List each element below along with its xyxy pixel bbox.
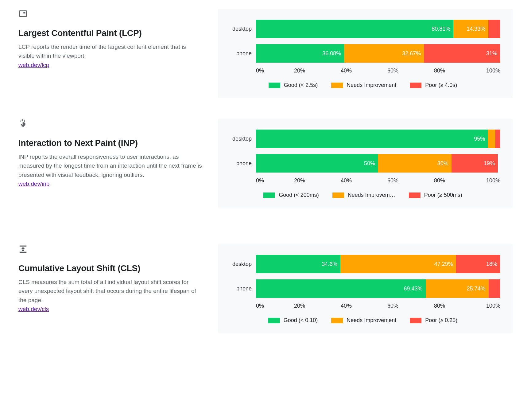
metric-row-cls: Cumulative Layout Shift (CLS) CLS measur… — [18, 244, 513, 333]
bar-segment-needs: 14.33% — [453, 20, 488, 38]
bar-row-phone: 36.08% 32.67% 31% — [256, 44, 500, 63]
bar-row-desktop: 95% 3% 2% — [256, 130, 500, 148]
x-axis: 0% 20% 40% 60% 80% 100% — [256, 177, 500, 184]
metric-info-cls: Cumulative Layout Shift (CLS) CLS measur… — [18, 244, 203, 313]
bar-segment-poor: 18% — [456, 255, 500, 273]
legend-item-needs: Needs Improvement — [331, 82, 396, 88]
y-axis-label: desktop — [225, 255, 256, 273]
bar-segment-good: 36.08% — [256, 44, 344, 63]
x-axis: 0% 20% 40% 60% 80% 100% — [256, 303, 500, 309]
svg-rect-0 — [20, 11, 27, 17]
legend-item-needs: Needs Improvement — [331, 317, 396, 324]
bar-segment-poor: 5% — [488, 20, 500, 38]
legend-item-needs: Needs Improvem… — [332, 192, 395, 198]
metric-row-lcp: Largest Contentful Paint (LCP) LCP repor… — [18, 9, 513, 98]
legend-item-poor: Poor (≥ 4.0s) — [410, 82, 457, 88]
cls-icon — [18, 244, 203, 255]
svg-rect-2 — [20, 246, 27, 247]
svg-rect-1 — [23, 12, 25, 14]
legend-item-poor: Poor (≥ 500ms) — [409, 192, 462, 198]
bar-row-desktop: 80.81% 14.33% 5% — [256, 20, 500, 38]
lcp-icon — [18, 9, 203, 20]
metric-title: Largest Contentful Paint (LCP) — [18, 28, 203, 38]
svg-rect-3 — [20, 252, 27, 253]
legend-item-good: Good (< 2.5s) — [269, 82, 318, 88]
bar-segment-needs: 3% — [488, 130, 495, 148]
y-axis-label: desktop — [225, 20, 256, 38]
chart-panel-inp: desktop phone 95% 3% 2% 50% 30% 19% — [218, 119, 513, 208]
x-axis: 0% 20% 40% 60% 80% 100% — [256, 68, 500, 74]
metric-info-lcp: Largest Contentful Paint (LCP) LCP repor… — [18, 9, 203, 68]
y-axis-label: phone — [225, 44, 256, 63]
metric-info-inp: Interaction to Next Paint (INP) INP repo… — [18, 119, 203, 187]
legend-item-poor: Poor (≥ 0.25) — [410, 317, 457, 324]
bar-segment-needs: 47.29% — [340, 255, 456, 273]
bar-segment-poor: 5% — [489, 279, 500, 298]
bar-segment-poor: 31% — [424, 44, 500, 63]
metric-title: Cumulative Layout Shift (CLS) — [18, 263, 203, 273]
chart-legend: Good (< 2.5s) Needs Improvement Poor (≥ … — [225, 82, 500, 88]
inp-icon — [18, 119, 203, 130]
bar-segment-good: 80.81% — [256, 20, 453, 38]
bar-row-phone: 50% 30% 19% — [256, 154, 500, 173]
metric-row-inp: Interaction to Next Paint (INP) INP repo… — [18, 119, 513, 208]
metric-description: INP reports the overall responsiveness t… — [18, 152, 203, 179]
metric-title: Interaction to Next Paint (INP) — [18, 138, 203, 148]
web-vitals-report: Largest Contentful Paint (LCP) LCP repor… — [0, 0, 531, 373]
bar-segment-needs: 25.74% — [426, 279, 489, 298]
metric-description: CLS measures the sum total of all indivi… — [18, 278, 203, 305]
metric-link-inp[interactable]: web.dev/inp — [18, 181, 49, 187]
legend-item-good: Good (< 0.10) — [268, 317, 318, 324]
y-axis-label: desktop — [225, 130, 256, 148]
chart-plot-area: 80.81% 14.33% 5% 36.08% 32.67% 31% — [256, 20, 500, 63]
bar-segment-needs: 32.67% — [344, 44, 424, 63]
chart-panel-cls: desktop phone 34.6% 47.29% 18% 69.43% 25… — [218, 244, 513, 333]
chart-panel-lcp: desktop phone 80.81% 14.33% 5% 36.08% 32… — [218, 9, 513, 98]
chart-plot-area: 95% 3% 2% 50% 30% 19% — [256, 130, 500, 173]
bar-row-desktop: 34.6% 47.29% 18% — [256, 255, 500, 273]
y-axis-label: phone — [225, 154, 256, 173]
y-axis-label: phone — [225, 279, 256, 298]
metric-link-cls[interactable]: web.dev/cls — [18, 306, 49, 312]
legend-item-good: Good (< 200ms) — [263, 192, 319, 198]
bar-segment-poor: 2% — [495, 130, 500, 148]
bar-row-phone: 69.43% 25.74% 5% — [256, 279, 500, 298]
bar-segment-good: 69.43% — [256, 279, 426, 298]
metric-description: LCP reports the render time of the large… — [18, 42, 203, 60]
bar-segment-good: 34.6% — [256, 255, 340, 273]
bar-segment-poor: 19% — [452, 154, 498, 173]
chart-legend: Good (< 200ms) Needs Improvem… Poor (≥ 5… — [225, 192, 500, 198]
bar-segment-good: 95% — [256, 130, 488, 148]
chart-legend: Good (< 0.10) Needs Improvement Poor (≥ … — [225, 317, 500, 324]
bar-segment-good: 50% — [256, 154, 378, 173]
bar-segment-needs: 30% — [378, 154, 452, 173]
chart-plot-area: 34.6% 47.29% 18% 69.43% 25.74% 5% — [256, 255, 500, 298]
metric-link-lcp[interactable]: web.dev/lcp — [18, 62, 49, 68]
